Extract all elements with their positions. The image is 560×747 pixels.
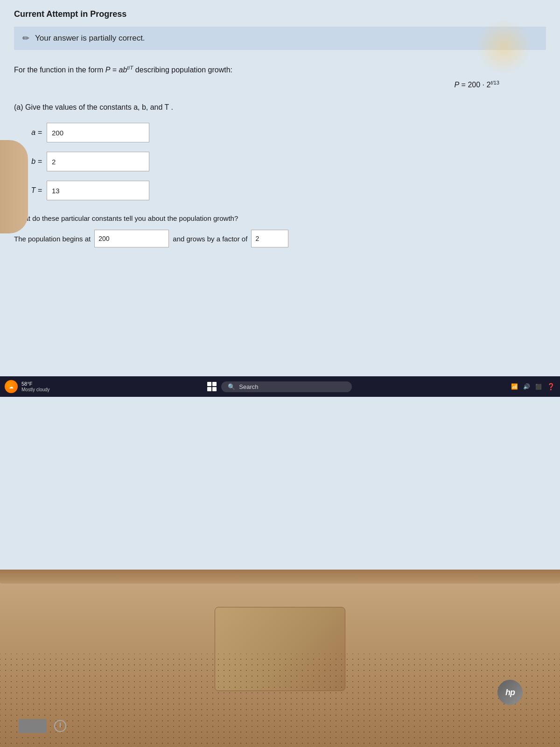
a-label: a = xyxy=(14,128,42,137)
power-button-area xyxy=(19,719,47,733)
dots-grid xyxy=(0,654,560,747)
pencil-icon: ✏ xyxy=(22,33,29,43)
page-title: Current Attempt in Progress xyxy=(14,9,546,19)
population-begins-input[interactable] xyxy=(94,230,169,247)
taskbar-help-icon: ❓ xyxy=(546,382,555,391)
volume-icon: 🔊 xyxy=(522,382,531,391)
laptop-body: hp xyxy=(0,570,560,747)
taskbar-center: 🔍 Search xyxy=(54,381,506,392)
p-equation: P = 200 · 2t/13 xyxy=(14,80,546,89)
screen-content: Current Attempt in Progress ✏ Your answe… xyxy=(0,0,560,570)
population-grows-text: and grows by a factor of xyxy=(173,235,247,243)
population-row: The population begins at and grows by a … xyxy=(14,230,546,247)
population-grows-input[interactable] xyxy=(251,230,288,247)
partial-answer-text: Your answer is partially correct. xyxy=(35,34,145,43)
constants-question: What do these particular constants tell … xyxy=(14,214,546,222)
population-begins-text: The population begins at xyxy=(14,235,91,243)
laptop-screen: Current Attempt in Progress ✏ Your answe… xyxy=(0,0,560,570)
b-input-row: b = xyxy=(14,152,546,171)
dots-area xyxy=(0,654,560,747)
taskbar: ☁ 58°F Mostly cloudy 🔍 Search 📶 xyxy=(0,376,560,397)
hp-logo: hp xyxy=(497,680,523,705)
T-input-row: T = xyxy=(14,181,546,200)
search-bar[interactable]: 🔍 Search xyxy=(221,381,352,392)
taskbar-left: ☁ 58°F Mostly cloudy xyxy=(5,380,50,393)
question-intro: For the function in the form P = abt/T d… xyxy=(14,64,546,76)
search-icon: 🔍 xyxy=(228,383,235,390)
bottom-left-controls xyxy=(19,719,66,733)
weather-icon: ☁ xyxy=(5,380,18,393)
weather-info: 58°F Mostly cloudy xyxy=(21,381,50,392)
hand-area xyxy=(0,140,28,233)
partial-answer-banner: ✏ Your answer is partially correct. xyxy=(14,27,546,50)
weather-temp: 58°F xyxy=(21,381,50,387)
T-input[interactable] xyxy=(47,181,149,200)
power-icon[interactable] xyxy=(54,720,66,732)
taskbar-extra-icon: ⬛ xyxy=(534,382,543,391)
a-input-row: a = xyxy=(14,123,546,142)
search-text: Search xyxy=(239,383,258,390)
section-a-title: (a) Give the values of the constants a, … xyxy=(14,103,546,112)
weather-desc: Mostly cloudy xyxy=(21,387,50,392)
taskbar-right: 📶 🔊 ⬛ ❓ xyxy=(510,382,555,391)
b-input[interactable] xyxy=(47,152,149,171)
windows-start-icon[interactable] xyxy=(207,382,217,391)
laptop-hinge xyxy=(0,570,560,584)
network-icon: 📶 xyxy=(510,382,519,391)
a-input[interactable] xyxy=(47,123,149,142)
sup-t-T: t/T xyxy=(127,65,133,70)
